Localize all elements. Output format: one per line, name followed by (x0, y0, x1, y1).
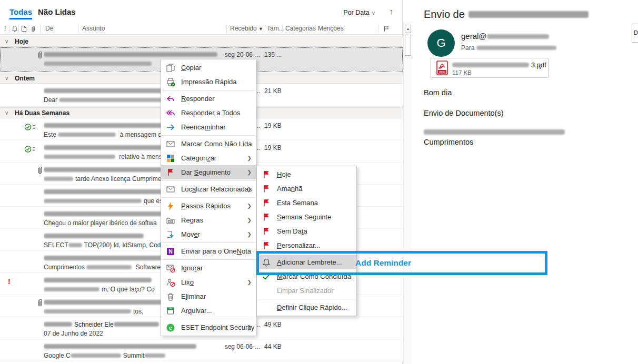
message-size: 44 KB (264, 343, 282, 350)
redacted-text (44, 62, 152, 66)
context-menu-item-reencaminhar[interactable]: Reencaminhar (161, 120, 256, 134)
attachment-options-chevron-icon[interactable]: ∨ (537, 63, 543, 70)
context-menu-item-mover[interactable]: Mover❯ (161, 227, 256, 241)
menu-item-label: Hoje (277, 170, 291, 178)
attachment-paperclip-icon[interactable] (31, 25, 36, 34)
message-size: 21 KB (264, 87, 282, 95)
context-menu-item-lixo[interactable]: Lixo❯ (161, 275, 256, 289)
follow-up-submenu: HojeAmanhãEsta SemanaSemana SeguinteSem … (256, 166, 357, 316)
cut-off-button[interactable]: D (632, 24, 638, 43)
flag-status-icon[interactable] (383, 25, 390, 34)
scroll-up-arrow[interactable]: ▲ (405, 25, 411, 33)
context-menu-item-enviar-para-o-onenota[interactable]: NEnviar para o OneNota (161, 244, 256, 258)
context-menu-item-eset-endpoint-security[interactable]: eESET Endpoint Security❯ (161, 320, 256, 335)
reminder-bell-icon[interactable] (12, 25, 18, 34)
column-received[interactable]: Recebido ▼ (230, 25, 263, 32)
attachment-card[interactable]: PDF 3.pdf 117 KB ∨ (431, 58, 549, 78)
sender-avatar[interactable]: G (427, 29, 455, 57)
context-menu-item-regras[interactable]: Regras❯ (161, 213, 256, 227)
context-menu-item-marcar-como-nao-lida[interactable]: Marcar Como Não Lida (161, 137, 256, 151)
lightning-icon (166, 201, 175, 211)
context-menu-item-dar-seguimento[interactable]: Dar Seguimento❯ (161, 165, 256, 179)
context-menu-item-localizar-relacionadas[interactable]: Localizar Relacionadas❯ (161, 182, 256, 196)
context-menu-item-categorizar[interactable]: Categorizar❯ (161, 151, 256, 165)
menu-item-label: Eliminar (181, 292, 206, 300)
sender-address: geral@ (461, 32, 551, 41)
context-menu-item-passos-rapidos[interactable]: Passos Rápidos❯ (161, 199, 256, 213)
submenu-item-sem-data[interactable]: Sem Data (257, 224, 356, 238)
follow-up-complete-icon (24, 123, 38, 133)
item-type-icon[interactable] (21, 25, 27, 34)
column-from[interactable]: De (45, 25, 53, 32)
attachment-filename: 3.pdf (452, 61, 546, 69)
menu-item-label: Regras (181, 216, 203, 224)
context-menu-item-eliminar[interactable]: Eliminar (161, 289, 256, 304)
column-importance[interactable]: ! (4, 25, 6, 32)
redacted-text (144, 353, 165, 358)
list-scrollbar[interactable]: ▲ (403, 24, 412, 364)
mail-icon (166, 185, 175, 194)
tab-all[interactable]: Todas (9, 7, 32, 16)
tab-unread[interactable]: Não Lidas (38, 7, 76, 16)
submenu-item-esta-semana[interactable]: Esta Semana (257, 196, 356, 210)
context-menu-item-impressao-rapida[interactable]: Impressão Rápida (161, 75, 256, 89)
redacted-text (44, 256, 181, 260)
column-mentions[interactable]: Menções (318, 25, 344, 32)
column-subject[interactable]: Assunto (82, 25, 105, 32)
scrollbar-thumb[interactable] (405, 35, 411, 56)
reply-icon (166, 94, 175, 104)
message-size: 19 KB (264, 144, 282, 151)
group-header-hoje[interactable]: ∨Hoje (0, 36, 403, 47)
mail-icon (166, 139, 175, 149)
replyall-icon (166, 108, 175, 118)
sort-by-dropdown[interactable]: Por Data∨ (343, 9, 375, 16)
submenu-item-adicionar-lembrete[interactable]: Adicionar Lembrete... (257, 255, 356, 269)
menu-item-label: Semana Seguinte (277, 213, 331, 221)
column-size[interactable]: Tam... (267, 25, 284, 32)
submenu-item-personalizar[interactable]: Personalizar... (257, 238, 356, 252)
submenu-chevron-icon: ❯ (247, 275, 252, 289)
rules-icon (166, 216, 175, 225)
redacted-text (44, 155, 115, 159)
menu-item-label: Arquivar... (181, 307, 212, 315)
archive-icon (166, 306, 175, 316)
submenu-item-amanha[interactable]: Amanhã (257, 181, 356, 196)
flag-icon (166, 168, 175, 177)
group-label: Ontem (15, 75, 35, 82)
submenu-item-hoje[interactable]: Hoje (257, 167, 356, 181)
reading-pane: Envio de D G geral@ Para PDF 3.pdf 117 K… (416, 0, 638, 364)
menu-item-label: Marcar Como Não Lida (181, 140, 252, 148)
context-menu-item-copiar[interactable]: Copiar (161, 60, 256, 75)
redacted-text (44, 309, 131, 314)
svg-text:PDF: PDF (440, 70, 446, 74)
context-menu-item-responder-a-todos[interactable]: Responder a Todos (161, 106, 256, 120)
chevron-down-icon: ∨ (5, 110, 8, 116)
message-size: 19 KB (264, 122, 282, 129)
redacted-text (71, 353, 121, 358)
chevron-down-icon: ∨ (5, 38, 8, 44)
column-categories[interactable]: Categorias (285, 25, 316, 32)
sort-direction-button[interactable]: ↑ (390, 7, 394, 16)
context-menu-item-responder[interactable]: Responder (161, 92, 256, 106)
context-menu-item-ignorar[interactable]: Ignorar (161, 261, 256, 275)
submenu-item-semana-seguinte[interactable]: Semana Seguinte (257, 210, 356, 224)
menu-item-label: Enviar para o OneNota (181, 247, 251, 255)
submenu-item-definir-clique-rapido[interactable]: Definir Clique Rápido... (257, 300, 356, 315)
redacted-text (59, 98, 176, 102)
submenu-chevron-icon: ❯ (247, 165, 252, 179)
menu-item-label: Ignorar (181, 264, 203, 272)
menu-item-label: Sem Data (277, 227, 307, 235)
menu-separator (162, 242, 255, 243)
redacted-text (44, 234, 144, 238)
menu-item-label: Marcar Como Concluída (277, 272, 351, 280)
context-menu-item-arquivar[interactable]: Arquivar... (161, 304, 256, 318)
group-label: Hoje (15, 38, 28, 45)
redacted-text (44, 52, 217, 57)
redacted-text (44, 199, 142, 203)
flag-icon (262, 170, 271, 179)
message-title: Envio de (424, 8, 591, 21)
menu-item-label: Impressão Rápida (181, 78, 237, 86)
submenu-item-marcar-como-concluida[interactable]: Marcar Como Concluída (257, 269, 356, 284)
message-size: 49 KB (264, 321, 282, 328)
list-item[interactable]: Google CSummitseg 06-06-...44 KB (0, 339, 403, 361)
